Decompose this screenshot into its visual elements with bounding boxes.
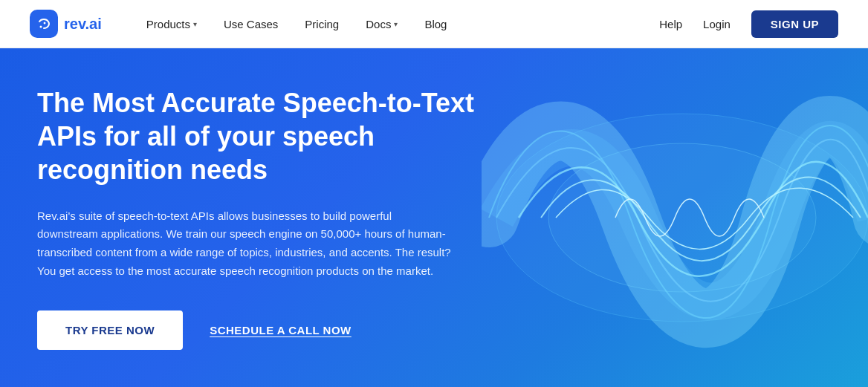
nav-docs[interactable]: Docs ▾ (366, 18, 398, 30)
nav-products[interactable]: Products ▾ (146, 18, 197, 30)
hero-description: Rev.ai's suite of speech-to-text APIs al… (37, 207, 453, 281)
hero-content: The Most Accurate Speech-to-Text APIs fo… (37, 86, 483, 350)
logo-icon (30, 10, 58, 38)
hero-section: The Most Accurate Speech-to-Text APIs fo… (0, 48, 868, 387)
svg-point-1 (40, 26, 42, 28)
wave-graphic (482, 77, 868, 359)
signup-button[interactable]: SIGN UP (751, 10, 838, 38)
nav-pricing[interactable]: Pricing (305, 18, 339, 30)
hero-title: The Most Accurate Speech-to-Text APIs fo… (37, 86, 483, 186)
svg-point-3 (548, 143, 816, 292)
nav-use-cases[interactable]: Use Cases (224, 18, 278, 30)
chevron-down-icon: ▾ (193, 20, 197, 28)
nav-blog[interactable]: Blog (424, 18, 447, 30)
nav-help[interactable]: Help (659, 18, 682, 30)
logo-area[interactable]: rev.ai (30, 10, 102, 38)
nav-right: Help Login SIGN UP (659, 10, 838, 38)
schedule-call-button[interactable]: SCHEDULE A CALL NOW (210, 324, 352, 336)
nav-login[interactable]: Login (703, 18, 731, 30)
hero-buttons: TRY FREE NOW SCHEDULE A CALL NOW (37, 310, 483, 350)
nav-links: Products ▾ Use Cases Pricing Docs ▾ Blog (146, 18, 659, 30)
chevron-down-icon: ▾ (394, 20, 398, 28)
navbar: rev.ai Products ▾ Use Cases Pricing Docs… (0, 0, 868, 48)
try-free-button[interactable]: TRY FREE NOW (37, 310, 183, 350)
logo-text: rev.ai (64, 16, 102, 33)
